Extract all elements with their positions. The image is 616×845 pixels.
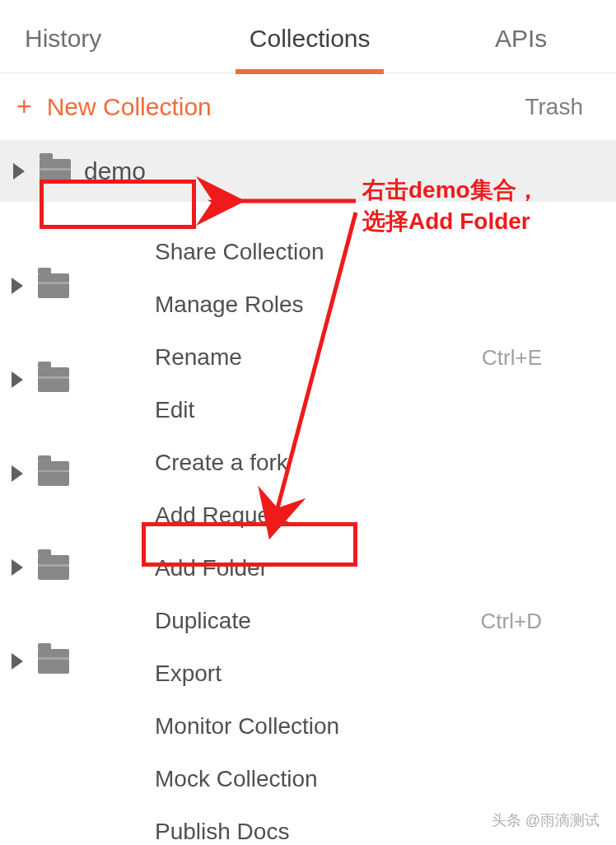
tab-collections[interactable]: Collections bbox=[194, 15, 426, 72]
menu-duplicate[interactable]: Duplicate Ctrl+D bbox=[109, 595, 578, 647]
collection-row[interactable] bbox=[0, 333, 107, 427]
chevron-right-icon bbox=[12, 278, 23, 294]
annotation-line2: 选择Add Folder bbox=[362, 206, 539, 237]
menu-label: Publish Docs bbox=[155, 819, 289, 845]
new-collection-button[interactable]: + New Collection bbox=[16, 91, 212, 122]
plus-icon: + bbox=[16, 91, 32, 122]
menu-label: Monitor Collection bbox=[155, 713, 339, 740]
menu-shortcut: Ctrl+E bbox=[482, 345, 542, 371]
chevron-right-icon bbox=[12, 371, 23, 388]
folder-icon bbox=[38, 461, 69, 486]
menu-manage-roles[interactable]: Manage Roles bbox=[109, 278, 578, 331]
chevron-right-icon[interactable] bbox=[13, 163, 25, 180]
sidebar-tabs: History Collections APIs bbox=[0, 0, 616, 73]
watermark: 头条 @雨滴测试 bbox=[492, 810, 600, 830]
annotation-line1: 右击demo集合， bbox=[362, 175, 539, 206]
menu-mock-collection[interactable]: Mock Collection bbox=[109, 753, 578, 805]
folder-icon bbox=[38, 649, 69, 674]
menu-label: Edit bbox=[155, 397, 194, 423]
folder-icon bbox=[38, 555, 69, 580]
collection-row[interactable] bbox=[0, 614, 107, 708]
folder-icon bbox=[38, 273, 69, 298]
collection-name: demo bbox=[84, 157, 146, 185]
menu-monitor-collection[interactable]: Monitor Collection bbox=[109, 700, 578, 753]
tab-history[interactable]: History bbox=[0, 15, 194, 72]
collection-row[interactable] bbox=[0, 521, 107, 614]
trash-link[interactable]: Trash bbox=[525, 94, 583, 120]
menu-label: Mock Collection bbox=[155, 766, 318, 792]
menu-rename[interactable]: Rename Ctrl+E bbox=[109, 331, 578, 384]
menu-edit[interactable]: Edit bbox=[109, 384, 578, 437]
menu-label: Create a fork bbox=[155, 450, 288, 476]
menu-add-request[interactable]: Add Request bbox=[109, 489, 578, 542]
menu-label: Manage Roles bbox=[155, 292, 304, 318]
chevron-right-icon bbox=[12, 559, 23, 576]
new-collection-label: New Collection bbox=[47, 93, 212, 121]
collection-row[interactable] bbox=[0, 239, 107, 333]
menu-add-folder[interactable]: Add Folder bbox=[109, 542, 578, 595]
star-icon: ★ bbox=[206, 188, 228, 217]
menu-label: Export bbox=[155, 661, 222, 687]
menu-label: Duplicate bbox=[155, 608, 251, 634]
menu-label: Add Folder bbox=[155, 555, 268, 581]
menu-create-fork[interactable]: Create a fork bbox=[109, 437, 578, 489]
menu-label: Share Collection bbox=[155, 239, 324, 265]
chevron-right-icon bbox=[12, 653, 23, 670]
menu-shortcut: Ctrl+D bbox=[481, 609, 542, 634]
folder-icon bbox=[40, 159, 71, 184]
chevron-right-icon bbox=[12, 465, 23, 482]
menu-export[interactable]: Export bbox=[109, 647, 578, 700]
folder-icon bbox=[38, 367, 69, 392]
action-bar: + New Collection Trash bbox=[0, 73, 616, 141]
tab-apis[interactable]: APIs bbox=[426, 15, 616, 72]
menu-label: Rename bbox=[155, 344, 242, 371]
annotation-text: 右击demo集合， 选择Add Folder bbox=[362, 175, 539, 237]
context-menu: Share Collection Manage Roles Rename Ctr… bbox=[109, 222, 578, 845]
background-collection-rows bbox=[0, 239, 107, 708]
collection-row[interactable] bbox=[0, 427, 107, 521]
menu-label: Add Request bbox=[155, 502, 288, 529]
